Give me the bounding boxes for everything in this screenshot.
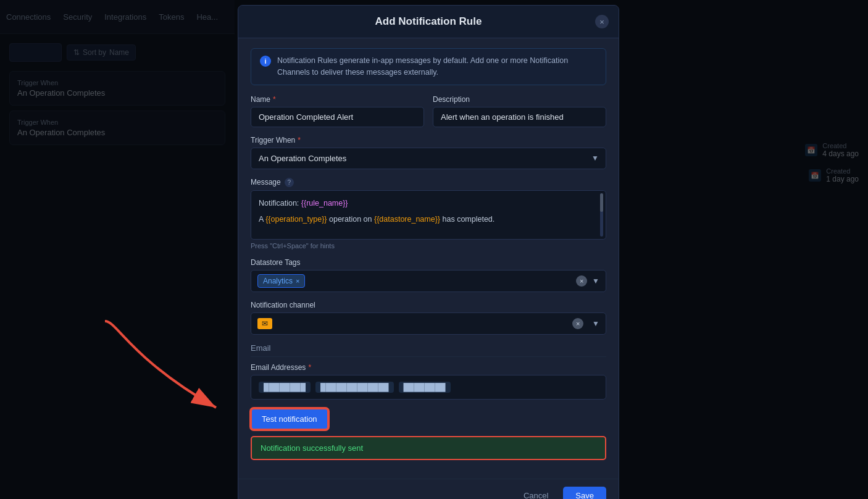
tags-right: × ▼	[576, 275, 599, 287]
description-group: Description	[433, 95, 606, 127]
trigger-select[interactable]: An Operation Completes	[251, 148, 606, 169]
trigger-label: Trigger When *	[251, 136, 606, 145]
tag-value: Analytics	[263, 277, 293, 285]
channel-section: Notification channel ✉ × ▼	[251, 301, 606, 335]
msg-var-op-type: {{operation_type}}	[265, 215, 327, 224]
required-star: *	[273, 95, 276, 104]
scrollbar-thumb	[600, 193, 603, 212]
msg-line2-mid: operation on	[327, 215, 374, 224]
message-editor[interactable]: Notification: {{rule_name}} A {{operatio…	[251, 190, 606, 240]
cancel-button[interactable]: Cancel	[515, 487, 557, 500]
email-chip-3: ████████	[399, 382, 451, 393]
info-icon: i	[260, 56, 271, 67]
save-button[interactable]: Save	[563, 487, 606, 500]
help-icon[interactable]: ?	[285, 178, 294, 187]
tags-section: Datastore Tags Analytics × × ▼	[251, 258, 606, 292]
modal-header: Add Notification Rule ×	[238, 6, 619, 38]
channel-chevron-icon[interactable]: ▼	[592, 319, 599, 328]
message-hint: Press "Ctrl+Space" for hints	[251, 242, 606, 250]
required-star-2: *	[298, 136, 301, 145]
tags-input[interactable]: Analytics × × ▼	[251, 270, 606, 292]
message-label: Message ?	[251, 178, 606, 187]
email-chip-2: █████████████	[315, 382, 394, 393]
description-input[interactable]	[433, 107, 606, 127]
required-star-3: *	[308, 363, 311, 372]
scrollbar	[600, 193, 603, 237]
channel-input[interactable]: ✉ × ▼	[251, 312, 606, 335]
msg-var-ds-name: {{datastore_name}}	[374, 215, 440, 224]
channel-label: Notification channel	[251, 301, 606, 309]
name-label: Name *	[251, 95, 424, 104]
email-addresses-label: Email Addresses *	[251, 363, 606, 372]
channel-clear-icon[interactable]: ×	[572, 318, 583, 329]
modal-body: i Notification Rules generate in-app mes…	[238, 38, 619, 479]
tags-clear-icon[interactable]: ×	[576, 275, 587, 287]
msg-line2-suffix: has completed.	[440, 215, 495, 224]
email-addresses-input[interactable]: ████████ █████████████ ████████	[251, 375, 606, 400]
tags-chevron-icon[interactable]: ▼	[592, 277, 599, 285]
tags-label: Datastore Tags	[251, 258, 606, 267]
tag-remove-icon[interactable]: ×	[296, 277, 299, 285]
name-input[interactable]	[251, 107, 424, 127]
trigger-select-wrapper: An Operation Completes ▼	[251, 148, 606, 169]
message-section: Message ? Notification: {{rule_name}} A …	[251, 178, 606, 250]
email-section: Email Email Addresses * ████████ ███████…	[251, 343, 606, 400]
trigger-section: Trigger When * An Operation Completes ▼	[251, 136, 606, 169]
msg-prefix-1: Notification:	[259, 199, 301, 208]
info-text: Notification Rules generate in-app messa…	[277, 55, 597, 78]
red-arrow	[93, 309, 241, 420]
test-notification-button[interactable]: Test notification	[251, 408, 328, 430]
success-banner: Notification successfully sent	[251, 436, 606, 460]
modal-footer: Cancel Save	[238, 479, 619, 500]
email-channel-icon: ✉	[257, 318, 272, 329]
msg-line2-a: A	[259, 215, 265, 224]
description-label: Description	[433, 95, 606, 104]
name-group: Name *	[251, 95, 424, 127]
info-banner: i Notification Rules generate in-app mes…	[251, 48, 606, 85]
msg-var-rule-name: {{rule_name}}	[301, 199, 348, 208]
email-chip-1: ████████	[259, 382, 311, 393]
add-notification-modal: Add Notification Rule × i Notification R…	[238, 5, 619, 499]
modal-title: Add Notification Rule	[375, 15, 482, 28]
message-content: Notification: {{rule_name}} A {{operatio…	[259, 197, 598, 225]
name-description-row: Name * Description	[251, 95, 606, 127]
email-divider: Email	[251, 343, 606, 357]
close-button[interactable]: ×	[595, 15, 609, 28]
tag-badge: Analytics ×	[257, 274, 305, 288]
